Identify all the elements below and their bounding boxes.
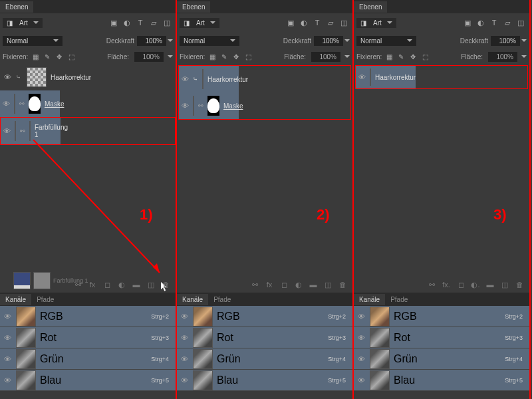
visibility-icon[interactable]: 👁 xyxy=(3,376,12,384)
visibility-icon[interactable]: 👁 xyxy=(182,75,189,83)
channel-blue[interactable]: 👁BlauStrg+5 xyxy=(177,370,352,391)
link-layers-icon[interactable]: ⚯ xyxy=(250,281,259,289)
opacity-value[interactable]: 100% xyxy=(491,36,520,46)
new-layer-icon[interactable]: ◫ xyxy=(323,281,332,289)
layer-thumbnail[interactable] xyxy=(202,69,203,89)
blend-mode-select[interactable]: Normal xyxy=(356,36,416,46)
filter-shape-icon[interactable]: ▱ xyxy=(148,17,160,29)
lock-all-icon[interactable]: ⬚ xyxy=(243,52,253,61)
channel-red[interactable]: 👁RotStrg+3 xyxy=(354,327,529,348)
filter-type-select[interactable]: ◨Art xyxy=(356,18,396,28)
filter-smart-icon[interactable]: ◫ xyxy=(161,17,173,29)
visibility-icon[interactable]: 👁 xyxy=(3,127,11,135)
visibility-icon[interactable]: 👁 xyxy=(180,334,189,342)
tab-layers[interactable]: Ebenen xyxy=(177,1,210,13)
adjustment-icon[interactable]: ◐. xyxy=(471,281,480,289)
channel-rgb[interactable]: 👁RGBStrg+2 xyxy=(177,306,352,327)
filter-adjust-icon[interactable]: ◐ xyxy=(121,17,133,29)
filter-shape-icon[interactable]: ▱ xyxy=(501,17,513,29)
visibility-icon[interactable]: 👁 xyxy=(3,313,12,321)
filter-type-select[interactable]: ◨Art xyxy=(3,18,43,28)
link-icon[interactable]: ⚯ xyxy=(198,102,203,109)
lock-pixels-icon[interactable]: ▦ xyxy=(207,52,217,61)
mask-thumbnail[interactable] xyxy=(207,96,219,116)
fill-value[interactable]: 100% xyxy=(311,52,340,62)
layer-name[interactable]: Haarkorrektur xyxy=(207,76,248,83)
tab-paths[interactable]: Pfade xyxy=(31,294,59,305)
layer-farbfullung[interactable]: 👁 ⚯ Farbfüllung 1 xyxy=(1,118,61,144)
fill-value[interactable]: 100% xyxy=(488,52,517,62)
link-icon[interactable]: ⚯ xyxy=(20,128,25,134)
layer-thumbnail[interactable] xyxy=(193,96,194,116)
mask-thumbnail[interactable] xyxy=(29,121,31,141)
lock-paint-icon[interactable]: ✎ xyxy=(219,52,229,61)
layer-name[interactable]: Maske xyxy=(223,102,243,110)
link-layers-icon[interactable]: ⚯ xyxy=(427,281,436,289)
filter-smart-icon[interactable]: ◫ xyxy=(515,17,527,29)
layer-name[interactable]: Maske xyxy=(45,100,64,108)
layer-name[interactable]: Haarkorrektur xyxy=(51,74,91,81)
lock-all-icon[interactable]: ⬚ xyxy=(420,52,430,61)
lock-move-icon[interactable]: ✥ xyxy=(408,52,418,61)
lock-paint-icon[interactable]: ✎ xyxy=(43,52,52,61)
folder-icon[interactable]: ▬ xyxy=(485,281,495,289)
visibility-icon[interactable]: 👁 xyxy=(356,355,366,363)
lock-paint-icon[interactable]: ✎ xyxy=(396,52,406,61)
lock-pixels-icon[interactable]: ▦ xyxy=(31,52,40,61)
visibility-icon[interactable]: 👁 xyxy=(356,313,366,321)
filter-image-icon[interactable]: ▣ xyxy=(108,17,120,29)
mask-icon[interactable]: ◻ xyxy=(279,281,289,289)
layer-thumbnail[interactable] xyxy=(14,94,15,114)
filter-image-icon[interactable]: ▣ xyxy=(285,17,297,29)
channel-rgb[interactable]: 👁 RGB Strg+2 xyxy=(0,306,176,327)
channel-blue[interactable]: 👁BlauStrg+5 xyxy=(354,370,529,391)
layer-maske[interactable]: 👁 ⚯ Maske xyxy=(179,92,239,119)
tab-channels[interactable]: Kanäle xyxy=(177,294,208,305)
layer-haarkorrektur[interactable]: 👁 Haarkorrektur xyxy=(356,66,416,88)
visibility-icon[interactable]: 👁 xyxy=(358,73,366,81)
visibility-icon[interactable]: 👁 xyxy=(180,376,189,384)
filter-text-icon[interactable]: T xyxy=(488,17,500,29)
tab-paths[interactable]: Pfade xyxy=(385,294,413,305)
visibility-icon[interactable]: 👁 xyxy=(3,100,10,108)
channel-rgb[interactable]: 👁RGBStrg+2 xyxy=(354,306,529,327)
fx-icon[interactable]: fx xyxy=(88,281,97,289)
layer-haarkorrektur[interactable]: 👁 ⤷ Haarkorrektur xyxy=(0,64,176,90)
adjustment-icon[interactable]: ◐ xyxy=(294,281,303,289)
adjustment-icon[interactable]: ◐ xyxy=(117,281,126,289)
tab-layers[interactable]: Ebenen xyxy=(354,1,387,13)
channel-red[interactable]: 👁 Rot Strg+3 xyxy=(0,327,176,348)
filter-text-icon[interactable]: T xyxy=(134,17,146,29)
layer-name[interactable]: Haarkorrektur xyxy=(375,74,416,81)
tab-layers[interactable]: Ebenen xyxy=(0,1,33,13)
trash-icon[interactable]: 🗑 xyxy=(515,281,524,289)
new-layer-icon[interactable]: ◫ xyxy=(500,281,509,289)
visibility-icon[interactable]: 👁 xyxy=(3,73,12,81)
visibility-icon[interactable]: 👁 xyxy=(180,313,189,321)
layer-haarkorrektur[interactable]: 👁 ⤷ Haarkorrektur xyxy=(179,66,239,92)
fx-icon[interactable]: fx xyxy=(265,281,274,289)
lock-move-icon[interactable]: ✥ xyxy=(55,52,64,61)
layer-name[interactable]: Farbfüllung 1 xyxy=(35,124,68,138)
filter-text-icon[interactable]: T xyxy=(311,17,323,29)
visibility-icon[interactable]: 👁 xyxy=(182,102,189,110)
filter-adjust-icon[interactable]: ◐ xyxy=(475,17,487,29)
link-layers-icon[interactable]: ⚯ xyxy=(73,281,82,289)
filter-shape-icon[interactable]: ▱ xyxy=(325,17,336,29)
mask-thumbnail[interactable] xyxy=(29,94,41,114)
filter-type-select[interactable]: ◨Art xyxy=(180,18,219,28)
visibility-icon[interactable]: 👁 xyxy=(3,334,12,342)
trash-icon[interactable]: 🗑 xyxy=(338,281,347,289)
fill-value[interactable]: 100% xyxy=(134,52,164,62)
visibility-icon[interactable]: 👁 xyxy=(180,355,189,363)
mask-icon[interactable]: ◻ xyxy=(456,281,466,289)
channel-green[interactable]: 👁 Grün Strg+4 xyxy=(0,348,176,370)
lock-move-icon[interactable]: ✥ xyxy=(231,52,241,61)
layer-thumbnail[interactable] xyxy=(370,68,371,86)
tab-paths[interactable]: Pfade xyxy=(208,294,236,305)
fill-thumbnail[interactable] xyxy=(15,121,16,141)
link-icon[interactable]: ⚯ xyxy=(19,100,25,107)
trash-icon[interactable]: 🗑 xyxy=(161,281,170,289)
fx-icon[interactable]: fx. xyxy=(442,281,451,289)
channel-red[interactable]: 👁RotStrg+3 xyxy=(177,327,352,348)
